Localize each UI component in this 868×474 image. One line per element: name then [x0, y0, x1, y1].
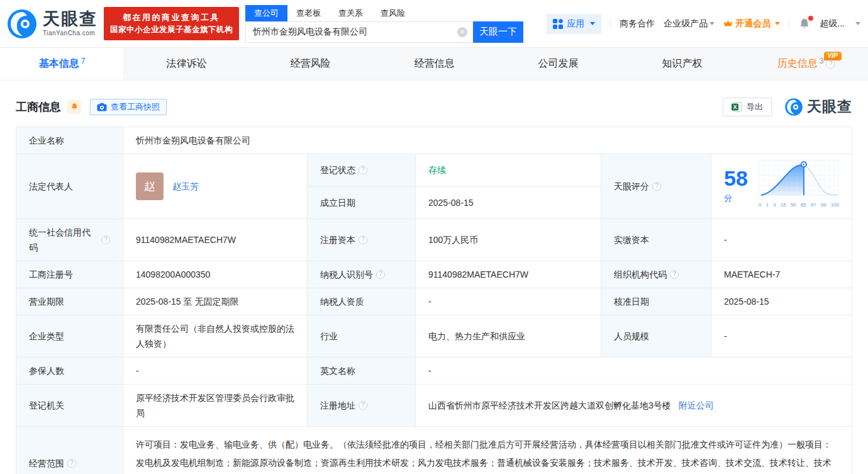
search-tab-company[interactable]: 查公司: [245, 5, 287, 21]
nav-apps-label: 应用: [567, 18, 584, 30]
search-tab-relation[interactable]: 查关系: [330, 5, 372, 21]
score-value: 58: [724, 166, 748, 190]
notifications-bell[interactable]: [798, 18, 811, 30]
nearby-companies-link[interactable]: 附近公司: [679, 400, 714, 410]
business-scope-label: 经营范围: [29, 456, 64, 471]
field-label: 登记状态?: [308, 154, 416, 187]
search-tab-risk[interactable]: 查风险: [372, 5, 414, 21]
top-header: 天眼查 TianYanCha.com 都在用的商业查询工具 国家中小企业发展子基…: [0, 0, 868, 47]
vip-badge: VIP: [824, 52, 842, 60]
tab-operating-info[interactable]: 经营信息: [372, 48, 496, 80]
subscribe-bell-button[interactable]: [67, 100, 81, 114]
insured-count-value: -: [123, 358, 308, 385]
brand-slogan-badge: 都在用的商业查询工具 国家中小企业发展子基金旗下机构: [104, 7, 239, 41]
table-row: 统一社会信用代码? 91140982MAETAECH7W 注册资本? 100万人…: [16, 219, 852, 261]
english-name-value: -: [416, 358, 852, 385]
table-row: 企业名称 忻州市金朔风电设备有限公司: [16, 127, 852, 154]
nav-apps[interactable]: 应用: [547, 14, 601, 34]
paid-capital-value: -: [711, 219, 852, 261]
company-section-tabs: 基本信息7 法律诉讼 经营风险 经营信息 公司发展 知识产权 VIP 历史信息3…: [0, 47, 868, 81]
field-label: 注册资本?: [308, 219, 416, 261]
business-info-header: 工商信息 查看工商快照 X 导出: [0, 81, 868, 127]
tab-basic-info[interactable]: 基本信息7: [0, 48, 125, 80]
help-icon[interactable]: ?: [359, 166, 367, 174]
field-label: 注册地址?: [308, 385, 416, 427]
clear-search-icon[interactable]: ✕: [457, 27, 467, 37]
chevron-down-icon: [709, 22, 715, 25]
logo-name: 天眼查: [43, 11, 97, 28]
table-row: 营业期限 2025-08-15 至 无固定期限 纳税人资质 - 核准日期 202…: [16, 288, 852, 315]
tab-legal-label: 法律诉讼: [167, 57, 207, 71]
search-type-tabs: 查公司 查老板 查关系 查风险: [245, 5, 523, 21]
field-label: 参保人数: [16, 358, 123, 385]
tab-company-development[interactable]: 公司发展: [496, 48, 620, 80]
business-term-value: 2025-08-15 至 无固定期限: [123, 288, 308, 315]
help-icon[interactable]: ?: [670, 270, 679, 279]
notification-dot: [808, 16, 813, 21]
export-label: 导出: [747, 101, 763, 113]
credit-code-value: 91140982MAETAECH7W: [123, 219, 308, 261]
view-snapshot-button[interactable]: 查看工商快照: [90, 99, 167, 115]
reg-address-value: 山西省忻州市原平经济技术开发区跨越大道双创孵化基地3号楼 附近公司: [416, 385, 852, 427]
search-block: 查公司 查老板 查关系 查风险 ✕ 天眼一下: [245, 5, 523, 43]
chevron-down-icon: [775, 22, 780, 25]
reg-status-label: 登记状态: [320, 162, 355, 178]
tab-ip-label: 知识产权: [662, 57, 703, 71]
search-button[interactable]: 天眼一下: [473, 21, 523, 43]
search-tab-boss[interactable]: 查老板: [287, 5, 330, 21]
camera-icon: [97, 103, 107, 111]
tianyancha-logo[interactable]: 天眼查 TianYanCha.com: [6, 8, 97, 40]
business-info-table: 企业名称 忻州市金朔风电设备有限公司 法定代表人 赵 赵玉芳 登记状态? 存续 …: [0, 127, 868, 474]
table-row: 法定代表人 赵 赵玉芳 登记状态? 存续 天眼评分? 58分: [16, 154, 852, 187]
tianyancha-watermark: 天眼查: [784, 97, 852, 116]
field-label: 企业名称: [16, 127, 123, 154]
svg-text:X: X: [733, 104, 737, 110]
field-label: 组织机构代码?: [601, 261, 711, 288]
approval-date-value: 2025-08-15: [711, 288, 852, 315]
tab-development-label: 公司发展: [538, 57, 579, 71]
score-distribution-chart: 0131550859799100: [759, 160, 839, 213]
field-label: 成立日期: [308, 186, 416, 219]
help-icon[interactable]: ?: [101, 235, 110, 244]
help-icon[interactable]: ?: [359, 235, 367, 244]
avatar[interactable]: 赵: [136, 172, 164, 200]
reg-number-value: 14098200A000350: [123, 261, 308, 288]
help-icon[interactable]: ?: [652, 182, 661, 191]
help-icon[interactable]: ?: [826, 60, 835, 69]
table-row: 经营范围? 许可项目：发电业务、输电业务、供（配）电业务。（依法须经批准的项目，…: [16, 427, 852, 474]
tab-operating-risk[interactable]: 经营风险: [248, 48, 372, 80]
tab-basic-info-label: 基本信息: [39, 57, 79, 71]
status-badge: 存续: [428, 165, 446, 175]
tab-opinfo-label: 经营信息: [415, 57, 455, 71]
tab-history-info[interactable]: VIP 历史信息3 ?: [744, 48, 868, 80]
section-title: 工商信息: [16, 99, 61, 115]
taxpayer-id-value: 91140982MAETAECH7W: [416, 261, 601, 288]
table-row: 工商注册号 14098200A000350 纳税人识别号? 91140982MA…: [16, 261, 852, 288]
nav-enterprise-products[interactable]: 企业级产品: [664, 18, 715, 30]
nav-enterprise-label: 企业级产品: [664, 18, 708, 30]
export-button[interactable]: X 导出: [723, 98, 772, 116]
view-snapshot-label: 查看工商快照: [111, 101, 160, 113]
tab-legal-proceedings[interactable]: 法律诉讼: [125, 48, 248, 80]
help-icon[interactable]: ?: [67, 459, 76, 468]
watermark-text: 天眼查: [807, 97, 852, 116]
tianyancha-logo-icon: [784, 98, 803, 116]
score-chart-ticks: 0131550859799100: [759, 198, 839, 213]
credit-code-label: 统一社会信用代码: [29, 225, 98, 255]
help-icon[interactable]: ?: [359, 401, 367, 410]
nav-cooperation[interactable]: 商务合作: [620, 18, 655, 30]
field-label: 行业: [308, 315, 416, 358]
taxpayer-id-label: 纳税人识别号: [320, 267, 373, 282]
table-row: 登记机关 原平经济技术开发区管理委员会行政审批局 注册地址? 山西省忻州市原平经…: [16, 385, 852, 427]
search-input[interactable]: [245, 21, 473, 43]
business-scope-value: 许可项目：发电业务、输电业务、供（配）电业务。（依法须经批准的项目，经相关部门批…: [123, 427, 852, 474]
tab-intellectual-property[interactable]: 知识产权: [620, 48, 744, 80]
nav-open-vip[interactable]: 开通会员: [723, 18, 780, 30]
help-icon[interactable]: ?: [376, 270, 385, 279]
score-label: 天眼评分: [614, 179, 649, 194]
field-label: 登记机关: [16, 385, 123, 427]
industry-value: 电力、热力生产和供应业: [416, 315, 601, 358]
field-label: 实缴资本: [601, 219, 711, 261]
legal-rep-link[interactable]: 赵玉芳: [172, 179, 199, 194]
nav-account[interactable]: 超级...: [820, 18, 845, 30]
